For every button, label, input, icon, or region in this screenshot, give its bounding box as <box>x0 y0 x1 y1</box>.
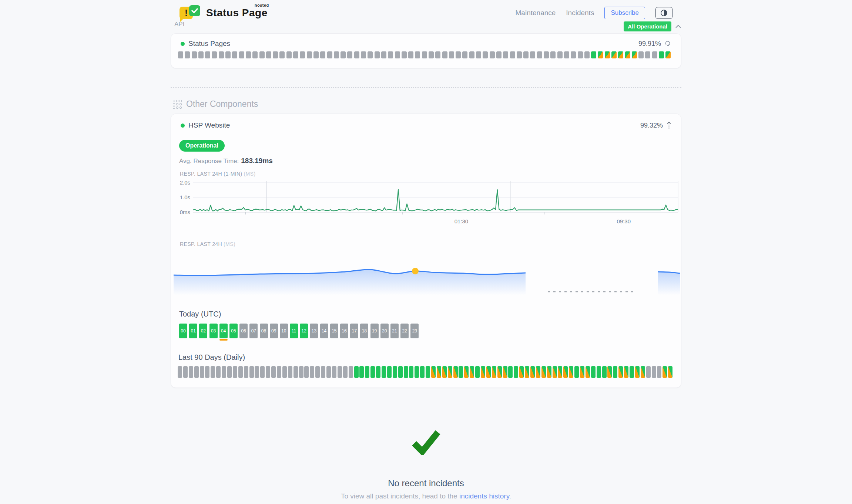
uptime-bar-none[interactable] <box>402 51 407 58</box>
uptime-bar-none[interactable] <box>381 51 386 58</box>
hour-block-17[interactable]: 17 <box>350 324 358 338</box>
uptime-bar-mixed[interactable] <box>598 51 603 58</box>
uptime-bar-none[interactable] <box>349 366 353 378</box>
uptime-bar-mixed[interactable] <box>665 51 671 58</box>
uptime-bar-none[interactable] <box>282 366 287 378</box>
uptime-bar-mixed[interactable] <box>464 366 469 378</box>
uptime-bar-none[interactable] <box>530 51 535 58</box>
hour-block-21[interactable]: 21 <box>390 324 399 338</box>
hour-block-00[interactable]: 00 <box>179 324 187 338</box>
uptime-bar-none[interactable] <box>646 366 651 378</box>
uptime-bar-none[interactable] <box>368 51 373 58</box>
brand-logo[interactable]: ! hosted Status Page <box>180 5 268 21</box>
uptime-bar-none[interactable] <box>657 366 661 378</box>
uptime-bar-mixed[interactable] <box>625 51 630 58</box>
uptime-bar-mixed[interactable] <box>668 366 672 378</box>
uptime-bar-mixed[interactable] <box>486 366 491 378</box>
uptime-bar-mixed[interactable] <box>580 366 584 378</box>
uptime-bar-none[interactable] <box>313 51 319 58</box>
uptime-bar-up[interactable] <box>459 366 463 378</box>
uptime-bar-mixed[interactable] <box>618 366 623 378</box>
uptime-bar-mixed[interactable] <box>618 51 623 58</box>
uptime-bar-up[interactable] <box>659 51 664 58</box>
uptime-bar-mixed[interactable] <box>663 366 667 378</box>
uptime-bar-none[interactable] <box>233 366 237 378</box>
uptime-bar-mixed[interactable] <box>563 366 568 378</box>
uptime-bar-none[interactable] <box>178 51 183 58</box>
uptime-bar-none[interactable] <box>375 51 380 58</box>
uptime-bar-none[interactable] <box>645 51 650 58</box>
chevron-up-icon[interactable] <box>675 24 681 28</box>
uptime-bar-up[interactable] <box>376 366 380 378</box>
uptime-bar-mixed[interactable] <box>519 366 524 378</box>
uptime-bar-none[interactable] <box>200 366 204 378</box>
uptime-bar-none[interactable] <box>321 366 325 378</box>
uptime-bar-none[interactable] <box>315 366 320 378</box>
uptime-bar-mixed[interactable] <box>481 366 485 378</box>
uptime-bar-none[interactable] <box>544 51 549 58</box>
uptime-bar-none[interactable] <box>584 51 590 58</box>
uptime-bar-none[interactable] <box>300 51 305 58</box>
uptime-bar-none[interactable] <box>310 366 314 378</box>
uptime-bar-none[interactable] <box>449 51 454 58</box>
hour-block-08[interactable]: 08 <box>260 324 268 338</box>
uptime-bar-none[interactable] <box>550 51 556 58</box>
uptime-bar-none[interactable] <box>271 366 276 378</box>
uptime-bar-mixed[interactable] <box>635 366 640 378</box>
theme-toggle-button[interactable] <box>655 7 672 19</box>
uptime-bar-none[interactable] <box>277 366 281 378</box>
subscribe-button[interactable]: Subscribe <box>604 7 645 19</box>
uptime-bar-up[interactable] <box>420 366 425 378</box>
uptime-bar-up[interactable] <box>398 366 403 378</box>
refresh-arrow-icon[interactable] <box>665 40 671 47</box>
uptime-bar-mixed[interactable] <box>547 366 551 378</box>
uptime-bar-none[interactable] <box>192 51 197 58</box>
uptime-bar-mixed[interactable] <box>611 51 617 58</box>
uptime-bar-mixed[interactable] <box>641 366 645 378</box>
uptime-bar-none[interactable] <box>462 51 467 58</box>
uptime-bar-mixed[interactable] <box>558 366 562 378</box>
uptime-bar-none[interactable] <box>244 366 248 378</box>
uptime-bar-mixed[interactable] <box>624 366 628 378</box>
uptime-bar-none[interactable] <box>422 51 427 58</box>
uptime-bar-none[interactable] <box>252 51 258 58</box>
uptime-bar-mixed[interactable] <box>605 51 610 58</box>
uptime-bar-up[interactable] <box>354 366 359 378</box>
uptime-bar-none[interactable] <box>523 51 529 58</box>
hour-block-06[interactable]: 06 <box>239 324 248 338</box>
uptime-bar-none[interactable] <box>183 366 188 378</box>
uptime-bar-mixed[interactable] <box>492 366 496 378</box>
uptime-bar-none[interactable] <box>334 51 339 58</box>
uptime-bar-up[interactable] <box>613 366 617 378</box>
uptime-bar-up[interactable] <box>591 366 596 378</box>
uptime-bar-none[interactable] <box>338 366 342 378</box>
uptime-bar-none[interactable] <box>266 366 270 378</box>
uptime-bar-none[interactable] <box>496 51 502 58</box>
hour-block-22[interactable]: 22 <box>400 324 409 338</box>
uptime-bar-up[interactable] <box>404 366 408 378</box>
uptime-bar-none[interactable] <box>194 366 199 378</box>
hour-block-03[interactable]: 03 <box>209 324 218 338</box>
hour-block-11[interactable]: 11 <box>290 324 298 338</box>
nav-incidents[interactable]: Incidents <box>566 9 594 17</box>
hour-block-02[interactable]: 02 <box>199 324 207 338</box>
uptime-bar-none[interactable] <box>415 51 420 58</box>
uptime-bar-none[interactable] <box>286 51 292 58</box>
uptime-bar-none[interactable] <box>232 51 237 58</box>
uptime-bar-none[interactable] <box>395 51 400 58</box>
uptime-bar-none[interactable] <box>435 51 440 58</box>
uptime-bar-up[interactable] <box>415 366 419 378</box>
uptime-bar-up[interactable] <box>630 366 634 378</box>
uptime-bar-none[interactable] <box>307 51 312 58</box>
uptime-bar-none[interactable] <box>198 51 204 58</box>
uptime-bar-none[interactable] <box>205 366 209 378</box>
uptime-bar-none[interactable] <box>638 51 644 58</box>
uptime-bar-mixed[interactable] <box>442 366 447 378</box>
uptime-bar-none[interactable] <box>408 51 413 58</box>
uptime-bar-mixed[interactable] <box>586 366 590 378</box>
uptime-bar-none[interactable] <box>327 51 332 58</box>
uptime-bar-none[interactable] <box>185 51 190 58</box>
hour-block-05[interactable]: 05 <box>229 324 238 338</box>
hour-block-18[interactable]: 18 <box>360 324 368 338</box>
uptime-bar-mixed[interactable] <box>607 366 612 378</box>
